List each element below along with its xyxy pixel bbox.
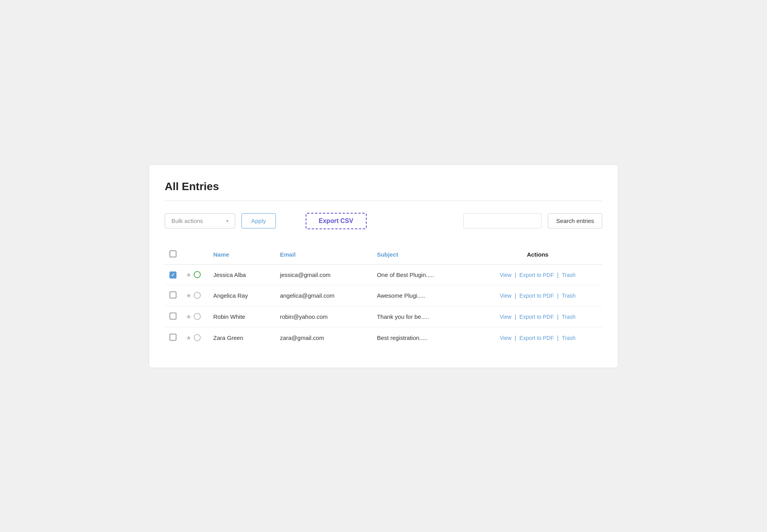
table-row: ★Angelica Rayangelica@gmail.comAwesome P… xyxy=(165,285,602,306)
status-circle-icon[interactable] xyxy=(194,313,201,320)
select-all-checkbox[interactable] xyxy=(169,250,176,257)
row-subject: One of Best Plugin..... xyxy=(372,264,473,285)
action-link-trash[interactable]: Trash xyxy=(562,272,576,278)
status-circle-icon[interactable] xyxy=(194,334,201,341)
row-subject: Awesome Plugi..... xyxy=(372,285,473,306)
action-separator: | xyxy=(513,292,518,299)
row-actions-cell: View | Export to PDF | Trash xyxy=(473,327,602,348)
action-separator: | xyxy=(555,271,560,278)
entries-table: Name Email Subject Actions ★Jessica Alba… xyxy=(165,245,602,348)
action-separator: | xyxy=(513,313,518,320)
action-separator: | xyxy=(555,313,560,320)
row-icons-cell: ★ xyxy=(181,306,209,327)
row-actions-cell: View | Export to PDF | Trash xyxy=(473,306,602,327)
header-icons-cell xyxy=(181,245,209,264)
row-icons-cell: ★ xyxy=(181,285,209,306)
row-name: Zara Green xyxy=(209,327,275,348)
row-checkbox-cell xyxy=(165,306,181,327)
header-checkbox-cell xyxy=(165,245,181,264)
action-separator: | xyxy=(513,334,518,341)
action-link-trash[interactable]: Trash xyxy=(562,293,576,299)
bulk-actions-label: Bulk actions xyxy=(171,217,203,224)
action-separator: | xyxy=(555,334,560,341)
row-email: angelica@gmail.com xyxy=(275,285,372,306)
row-email: jessica@gmail.com xyxy=(275,264,372,285)
search-input[interactable] xyxy=(463,213,542,228)
title-divider xyxy=(165,201,602,201)
row-actions-cell: View | Export to PDF | Trash xyxy=(473,264,602,285)
row-checkbox[interactable] xyxy=(169,291,176,298)
action-link-view[interactable]: View xyxy=(500,314,511,320)
status-circle-icon[interactable] xyxy=(194,292,201,299)
row-name: Angelica Ray xyxy=(209,285,275,306)
action-link-export-to-pdf[interactable]: Export to PDF xyxy=(519,293,554,299)
action-link-export-to-pdf[interactable]: Export to PDF xyxy=(519,272,554,278)
search-entries-button[interactable]: Search entries xyxy=(548,213,602,228)
apply-button[interactable]: Apply xyxy=(241,213,276,228)
row-email: robin@yahoo.com xyxy=(275,306,372,327)
row-subject: Best registration..... xyxy=(372,327,473,348)
table-row: ★Robin Whiterobin@yahoo.comThank you for… xyxy=(165,306,602,327)
action-separator: | xyxy=(513,271,518,278)
star-icon[interactable]: ★ xyxy=(186,334,191,341)
header-name: Name xyxy=(209,245,275,264)
export-csv-button[interactable]: Export CSV xyxy=(306,213,367,229)
bulk-actions-dropdown[interactable]: Bulk actions ▾ xyxy=(165,213,235,228)
action-link-view[interactable]: View xyxy=(500,293,511,299)
row-icons-cell: ★ xyxy=(181,327,209,348)
header-subject: Subject xyxy=(372,245,473,264)
row-checkbox[interactable] xyxy=(169,334,176,341)
table-header-row: Name Email Subject Actions xyxy=(165,245,602,264)
row-checkbox-cell xyxy=(165,327,181,348)
main-card: All Entries Bulk actions ▾ Apply Export … xyxy=(149,164,618,368)
star-icon[interactable]: ★ xyxy=(186,292,191,299)
star-icon[interactable]: ★ xyxy=(186,271,191,279)
action-link-view[interactable]: View xyxy=(500,272,511,278)
row-name: Robin White xyxy=(209,306,275,327)
action-link-trash[interactable]: Trash xyxy=(562,335,576,341)
row-checkbox[interactable] xyxy=(169,271,176,279)
row-email: zara@gmail.com xyxy=(275,327,372,348)
action-link-trash[interactable]: Trash xyxy=(562,314,576,320)
header-email: Email xyxy=(275,245,372,264)
action-link-export-to-pdf[interactable]: Export to PDF xyxy=(519,335,554,341)
row-name: Jessica Alba xyxy=(209,264,275,285)
table-row: ★Jessica Albajessica@gmail.comOne of Bes… xyxy=(165,264,602,285)
status-circle-icon[interactable] xyxy=(194,271,201,278)
row-actions-cell: View | Export to PDF | Trash xyxy=(473,285,602,306)
star-icon[interactable]: ★ xyxy=(186,313,191,320)
row-subject: Thank you for be..... xyxy=(372,306,473,327)
action-link-export-to-pdf[interactable]: Export to PDF xyxy=(519,314,554,320)
action-link-view[interactable]: View xyxy=(500,335,511,341)
row-checkbox-cell xyxy=(165,285,181,306)
header-actions: Actions xyxy=(473,245,602,264)
page-title: All Entries xyxy=(165,180,602,193)
chevron-down-icon: ▾ xyxy=(226,218,229,224)
toolbar: Bulk actions ▾ Apply Export CSV Search e… xyxy=(165,213,602,229)
row-icons-cell: ★ xyxy=(181,264,209,285)
row-checkbox[interactable] xyxy=(169,313,176,320)
row-checkbox-cell xyxy=(165,264,181,285)
action-separator: | xyxy=(555,292,560,299)
table-row: ★Zara Greenzara@gmail.comBest registrati… xyxy=(165,327,602,348)
